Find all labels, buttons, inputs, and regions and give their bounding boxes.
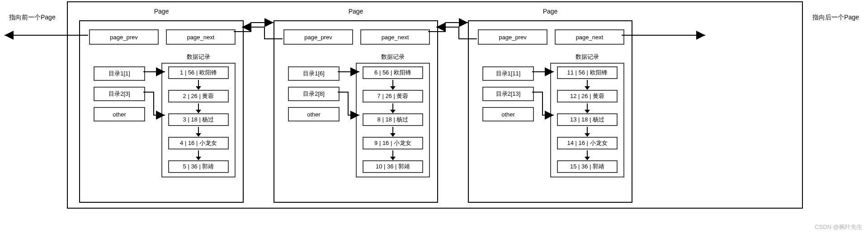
- page-title: Page: [349, 8, 363, 15]
- record: 10 | 36 | 郭靖: [363, 160, 423, 173]
- record: 15 | 36 | 郭靖: [557, 160, 618, 173]
- record: 11 | 56 | 欧阳锋: [557, 66, 618, 79]
- record: 9 | 16 | 小龙女: [363, 137, 423, 149]
- page-block: Page page_prev page_next 目录1[1] 目录2[3] o…: [79, 20, 244, 203]
- record: 5 | 36 | 郭靖: [168, 160, 229, 173]
- page-title: Page: [543, 8, 558, 15]
- page-block: Page page_prev page_next 目录1[6] 目录2[8] o…: [274, 20, 438, 203]
- directory-other: other: [482, 107, 534, 121]
- record: 6 | 56 | 欧阳锋: [363, 66, 423, 79]
- page-prev-box: page_prev: [283, 29, 353, 45]
- directory-other: other: [288, 107, 340, 121]
- directory-entry: 目录2[8]: [288, 87, 340, 101]
- directory-entry: 目录1[11]: [482, 66, 534, 81]
- page-prev-box: page_prev: [478, 29, 547, 45]
- record: 12 | 26 | 黄蓉: [557, 90, 618, 103]
- directory-entry: 目录1[1]: [94, 66, 145, 81]
- page-next-box: page_next: [360, 29, 430, 45]
- page-block: Page page_prev page_next 目录1[11] 目录2[13]…: [468, 20, 632, 203]
- directory-other: other: [94, 107, 145, 121]
- record: 1 | 56 | 欧阳锋: [168, 66, 229, 79]
- data-records-group: 数据记录 6 | 56 | 欧阳锋 7 | 26 | 黄蓉 8 | 18 | 杨…: [356, 63, 430, 177]
- page-next-box: page_next: [166, 29, 236, 45]
- watermark: CSDN @枫叶先生: [815, 223, 863, 231]
- prev-page-label: 指向前一个Page: [9, 14, 56, 22]
- page-title: Page: [154, 8, 169, 15]
- record: 13 | 18 | 杨过: [557, 113, 618, 126]
- record: 7 | 26 | 黄蓉: [363, 90, 423, 103]
- data-records-title: 数据记录: [381, 53, 405, 61]
- page-next-box: page_next: [555, 29, 624, 45]
- data-records-group: 数据记录 11 | 56 | 欧阳锋 12 | 26 | 黄蓉 13 | 18 …: [550, 63, 624, 177]
- directory-entry: 目录2[13]: [482, 87, 534, 101]
- next-page-label: 指向后一个Page: [812, 14, 859, 22]
- record: 14 | 16 | 小龙女: [557, 137, 618, 149]
- record: 4 | 16 | 小龙女: [168, 137, 229, 149]
- record: 8 | 18 | 杨过: [363, 113, 423, 126]
- directory-entry: 目录2[3]: [94, 87, 145, 101]
- directory-entry: 目录1[6]: [288, 66, 340, 81]
- data-records-group: 数据记录 1 | 56 | 欧阳锋 2 | 26 | 黄蓉 3 | 18 | 杨…: [161, 63, 236, 177]
- data-records-title: 数据记录: [187, 53, 210, 61]
- record: 2 | 26 | 黄蓉: [168, 90, 229, 103]
- data-records-title: 数据记录: [576, 53, 599, 61]
- page-prev-box: page_prev: [89, 29, 159, 45]
- record: 3 | 18 | 杨过: [168, 113, 229, 126]
